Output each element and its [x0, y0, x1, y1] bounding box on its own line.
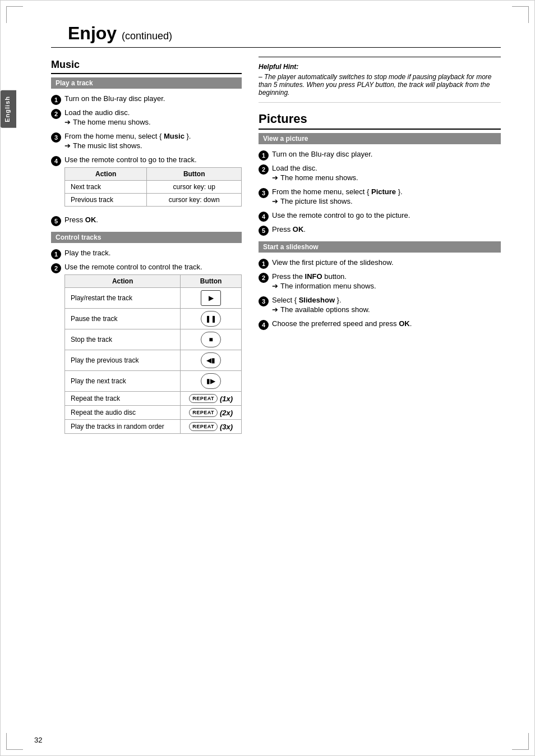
table-row: Play/restart the track ▶	[65, 288, 242, 309]
button-header: Button	[181, 275, 242, 288]
prev-button-icon: ◀▮	[201, 352, 221, 368]
action-header: Action	[65, 168, 147, 181]
arrow-icon: ➔	[272, 305, 278, 314]
table-row: Play the previous track ◀▮	[65, 350, 242, 371]
arrow-icon: ➔	[64, 141, 71, 150]
ss-step-1: 1 View the first picture of the slidesho…	[259, 258, 501, 269]
vp-step-5: 5 Press OK.	[259, 225, 501, 236]
table-row: Next track cursor key: up	[65, 181, 242, 194]
ss-step-2: 2 Press the INFO button. ➔ The informati…	[259, 272, 501, 292]
page-number: 32	[34, 736, 42, 744]
repeat-1x-icon: REPEAT (1x)	[189, 394, 233, 403]
track-nav-table: Action Button Next track cursor key: up	[64, 167, 242, 207]
play-a-track-bar: Play a track	[51, 77, 242, 89]
arrow-icon: ➔	[272, 197, 278, 205]
ss-step-3: 3 Select { Slideshow }. ➔ The available …	[259, 296, 501, 316]
main-content: Music Play a track 1 Turn on the Blu-ray…	[51, 57, 501, 445]
table-row: Previous track cursor key: down	[65, 194, 242, 207]
arrow-icon: ➔	[272, 282, 278, 290]
control-tracks-bar: Control tracks	[51, 232, 242, 243]
view-picture-steps: 1 Turn on the Blu-ray disc player. 2 Loa…	[259, 150, 501, 236]
play-button-icon: ▶	[201, 290, 221, 306]
slideshow-bar: Start a slideshow	[259, 241, 501, 253]
repeat-2x-icon: REPEAT (2x)	[189, 408, 233, 417]
play-track-steps: 1 Turn on the Blu-ray disc player. 2 Loa…	[51, 94, 242, 226]
step-2: 2 Load the audio disc. ➔ The home menu s…	[51, 108, 242, 129]
step-1: 1 Turn on the Blu-ray disc player.	[51, 94, 242, 105]
table-row: Repeat the track REPEAT (1x)	[65, 392, 242, 406]
vp-step-1: 1 Turn on the Blu-ray disc player.	[259, 150, 501, 161]
hint-text: – The player automatically switches to s…	[259, 73, 501, 97]
table-row: Pause the track ❚❚	[65, 309, 242, 329]
helpful-hint-box: Helpful Hint: – The player automatically…	[259, 57, 501, 103]
step-4: 4 Use the remote control to go to the tr…	[51, 155, 242, 212]
step-3: 3 From the home menu, select { Music }. …	[51, 132, 242, 152]
side-tab: English	[1, 90, 16, 128]
vp-step-2: 2 Load the disc. ➔ The home menu shows.	[259, 164, 501, 184]
music-section-title: Music	[51, 59, 242, 71]
ss-step-4: 4 Choose the preferred speed and press O…	[259, 319, 501, 330]
table-row: Play the next track ▮▶	[65, 371, 242, 392]
page: English Enjoy (continued) Music Play a t…	[0, 0, 535, 756]
control-tracks-steps: 1 Play the track. 2 Use the remote contr…	[51, 249, 242, 439]
vp-step-4: 4 Use the remote control to go to the pi…	[259, 211, 501, 222]
ct-step-2: 2 Use the remote control to control the …	[51, 263, 242, 439]
table-row: Repeat the audio disc REPEAT (2x)	[65, 406, 242, 420]
next-button-icon: ▮▶	[201, 373, 221, 389]
right-column: Helpful Hint: – The player automatically…	[259, 57, 501, 445]
button-header: Button	[147, 168, 242, 181]
action-header: Action	[65, 275, 181, 288]
slideshow-steps: 1 View the first picture of the slidesho…	[259, 258, 501, 330]
repeat-3x-icon: REPEAT (3x)	[189, 422, 233, 431]
view-picture-bar: View a picture	[259, 133, 501, 144]
stop-button-icon: ■	[201, 332, 221, 347]
table-row: Play the tracks in random order REPEAT (…	[65, 420, 242, 434]
hint-title: Helpful Hint:	[259, 63, 501, 71]
table-row: Stop the track ■	[65, 329, 242, 350]
arrow-icon: ➔	[64, 118, 71, 126]
step-5: 5 Press OK.	[51, 216, 242, 226]
control-tracks-table: Action Button Play/restart the track ▶	[64, 274, 242, 434]
left-column: Music Play a track 1 Turn on the Blu-ray…	[51, 57, 242, 445]
pictures-section-title: Pictures	[259, 112, 501, 126]
vp-step-3: 3 From the home menu, select { Picture }…	[259, 187, 501, 208]
page-title: Enjoy (continued)	[68, 23, 501, 44]
pause-button-icon: ❚❚	[201, 311, 221, 327]
ct-step-1: 1 Play the track.	[51, 249, 242, 259]
arrow-icon: ➔	[272, 173, 278, 182]
